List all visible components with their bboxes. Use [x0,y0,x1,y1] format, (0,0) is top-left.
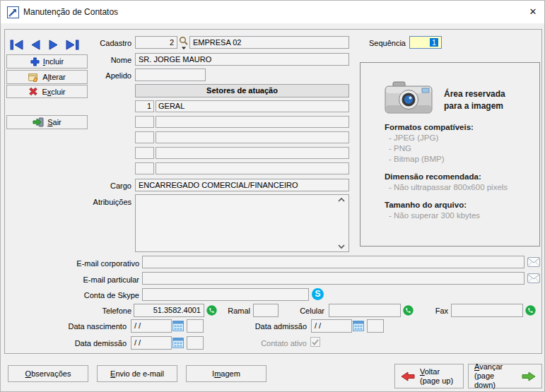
cadastro-name-field[interactable]: EMPRESA 02 [189,36,349,49]
setores-row-name[interactable] [156,131,349,143]
atribuicoes-textarea[interactable] [135,194,349,252]
celular-field[interactable] [329,304,401,317]
excluir-button[interactable]: Excluir [6,85,88,98]
data-nascimento-aux-field[interactable] [187,319,204,333]
voltar-button[interactable]: Voltar (page up) [394,364,464,388]
edit-form-icon [28,73,39,82]
sequencia-label: Sequência [353,38,406,48]
sequencia-selected-text: 1 [430,38,438,47]
apelido-label: Apelido [77,71,131,81]
window-title: Manutenção de Contatos [23,7,118,17]
skype-icon[interactable]: S [312,288,324,300]
camera-icon [385,80,433,117]
data-admissao-field[interactable]: / / [311,319,352,333]
scroll-down-icon[interactable] [337,244,347,251]
dialog-manutencao-contatos: Manutenção de Contatos ✕ Incluir Alterar… [0,0,545,392]
apelido-field[interactable] [135,69,206,81]
fax-label: Fax [423,306,448,316]
dimension-title: Dimensão recomendada: [385,172,533,182]
first-record-icon[interactable] [8,39,25,51]
sair-label: Sair [47,118,61,126]
setores-row-num[interactable] [135,116,154,128]
avancar-button[interactable]: Avançar (page down) [468,364,542,388]
reserved-area-text: Área reservada para a imagem [444,88,505,112]
format-item: - PNG [385,143,533,153]
size-title: Tamanho do arquivo: [385,200,533,210]
cargo-field[interactable]: ENCARREGADO COMERCIAL/FINANCEIRO [135,179,349,191]
contato-ativo-label: Contato ativo [245,338,307,348]
format-item: - Bitmap (BMP) [385,154,533,164]
nome-label: Nome [77,55,131,65]
email-corporativo-label: E-mail corporativo [71,259,139,268]
envelope-icon[interactable] [527,273,540,283]
calendar-icon[interactable] [172,320,184,332]
phone-icon[interactable] [403,305,414,316]
next-record-icon[interactable] [45,39,62,51]
size-item: - Não superar 300 kbytes [385,210,533,220]
phone-icon[interactable] [525,305,536,316]
sair-button[interactable]: Sair [6,115,88,129]
close-icon[interactable]: ✕ [525,4,541,20]
setores-row-num[interactable]: 1 [135,100,154,112]
incluir-button[interactable]: Incluir [6,54,88,69]
dimension-item: - Não ultrapassar 800x600 pixels [385,182,533,192]
setores-row-name[interactable] [156,147,349,159]
data-admissao-aux-field[interactable] [367,319,384,333]
ramal-label: Ramal [216,306,250,316]
lookup-magnifier-icon[interactable] [179,36,189,50]
alterar-label: Alterar [42,73,65,81]
data-nascimento-field[interactable]: / / [131,319,172,333]
data-nascimento-label: Data nascimento [66,321,127,331]
phone-icon[interactable] [206,305,217,316]
skype-field[interactable] [142,288,309,301]
excluir-label: Excluir [42,88,65,96]
alterar-button[interactable]: Alterar [6,70,88,84]
data-demissao-field[interactable]: / / [131,336,172,350]
cadastro-label: Cadastro [77,38,131,48]
arrow-right-icon [522,372,536,381]
data-demissao-aux-field[interactable] [187,336,204,350]
arrow-left-icon [401,372,415,381]
format-item: - JPEG (JPG) [385,133,533,143]
avancar-label: Avançar (page down) [474,362,517,390]
scroll-up-icon[interactable] [337,197,347,204]
setores-row-num[interactable] [135,131,154,143]
setores-row-num[interactable] [135,147,154,159]
setores-row-name[interactable] [156,162,349,174]
exit-door-icon [33,117,44,127]
formats-title: Formatos compatíveis: [385,122,533,132]
voltar-label: Voltar (page up) [420,367,453,386]
imagem-button[interactable]: Imagem [186,365,266,382]
previous-record-icon[interactable] [27,39,44,51]
image-info-block: Formatos compatíveis: - JPEG (JPG) - PNG… [385,122,533,221]
skype-label: Conta de Skype [71,290,139,300]
cargo-label: Cargo [77,181,131,191]
incluir-label: Incluir [43,57,64,66]
ramal-field[interactable] [253,304,279,317]
calendar-icon[interactable] [353,320,364,332]
contato-ativo-checkbox [310,337,320,347]
envio-email-button[interactable]: Envio de e-mail [97,365,177,382]
delete-x-icon [28,87,38,96]
email-particular-label: E-mail particular [71,275,139,285]
atribuicoes-label: Atribuições [68,197,131,207]
setores-row-name[interactable] [156,116,349,128]
nome-field[interactable]: SR. JORGE MAURO [135,53,349,66]
observacoes-button[interactable]: Observações [8,365,88,382]
email-corporativo-field[interactable] [142,256,525,268]
envelope-icon[interactable] [527,257,540,267]
celular-label: Celular [291,306,324,316]
telefone-label: Telefone [93,306,131,316]
setores-row-name[interactable]: GERAL [156,100,349,112]
title-bar: Manutenção de Contatos ✕ [1,1,545,23]
data-admissao-label: Data admissão [245,321,307,331]
image-reserved-panel: Área reservada para a imagem Formatos co… [360,62,540,247]
cadastro-code-field[interactable]: 2 [135,36,177,49]
telefone-field[interactable]: 51.3582.4001 [134,304,204,317]
email-particular-field[interactable] [142,272,525,285]
setores-row-num[interactable] [135,162,154,174]
sequencia-field[interactable]: 1 [409,36,442,49]
calendar-icon[interactable] [172,337,184,349]
fax-field[interactable] [451,304,523,317]
app-icon [7,6,19,18]
